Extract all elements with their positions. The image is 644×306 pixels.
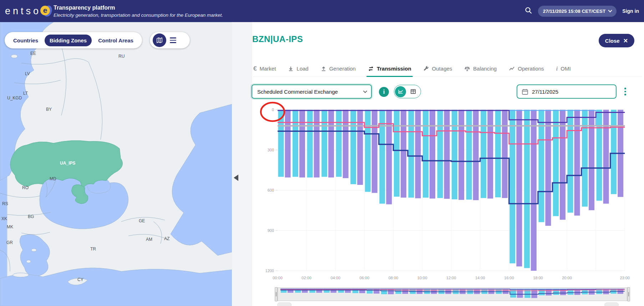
panel-divider — [232, 22, 252, 306]
svg-text:RO: RO — [22, 185, 29, 190]
map-island — [26, 260, 31, 263]
upload-icon — [321, 66, 326, 72]
svg-text:1200: 1200 — [265, 269, 274, 273]
svg-text:900: 900 — [268, 228, 274, 233]
download-icon — [288, 66, 294, 72]
map-island — [31, 249, 36, 251]
page-title: BZN|UA-IPS — [252, 34, 303, 44]
tab-countries[interactable]: Countries — [8, 35, 43, 46]
svg-text:18:00: 18:00 — [533, 276, 543, 280]
map-island — [11, 55, 17, 58]
nav-next-button-partial[interactable] — [604, 302, 619, 306]
data-type-dropdown[interactable]: Scheduled Commercial Exchange — [252, 84, 372, 99]
svg-text:06:00: 06:00 — [360, 276, 370, 280]
chart-table-toggle — [394, 85, 421, 98]
svg-text:LT: LT — [23, 91, 28, 96]
datetime-selector[interactable]: 27/11/2025 15:08 CET/CEST — [538, 6, 617, 17]
svg-text:UA_IPS: UA_IPS — [60, 161, 75, 166]
logo-e-letter: e — [40, 6, 50, 15]
date-value: 27/11/2025 — [532, 89, 558, 95]
logo-e-badge: e — [40, 5, 47, 17]
svg-text:MK: MK — [7, 224, 13, 229]
info-button[interactable]: i — [379, 87, 389, 97]
platform-title: Transparency platform — [54, 5, 223, 11]
transfer-arrows-icon — [368, 66, 374, 72]
svg-text:00:00: 00:00 — [273, 276, 283, 280]
svg-text:10:00: 10:00 — [417, 276, 427, 280]
sign-in-link[interactable]: Sign in — [622, 8, 639, 14]
svg-text:16:00: 16:00 — [504, 276, 514, 280]
table-icon — [410, 89, 416, 94]
info-italic-icon: i — [556, 65, 558, 72]
navigator-left-handle[interactable] — [275, 287, 278, 301]
svg-text:AM: AM — [146, 237, 152, 242]
euro-icon: € — [253, 65, 257, 72]
navigator-right-handle[interactable] — [627, 287, 630, 301]
calendar-icon — [522, 88, 528, 95]
tab-omi[interactable]: i OMI — [556, 61, 571, 77]
svg-text:BG: BG — [28, 214, 34, 219]
svg-text:04:00: 04:00 — [330, 276, 340, 280]
chart-range-navigator[interactable] — [278, 287, 627, 301]
search-icon[interactable] — [524, 6, 532, 16]
chart-icon — [398, 89, 404, 94]
svg-text:AZ: AZ — [164, 236, 169, 241]
exchange-chart[interactable]: 0300600900120000:0002:0004:0006:0008:001… — [252, 103, 644, 289]
svg-text:XK: XK — [1, 216, 7, 221]
wrench-icon — [424, 66, 429, 72]
app-header: entso e Transparency platform Electricit… — [0, 0, 644, 22]
svg-text:CY: CY — [77, 277, 83, 282]
svg-text:02:00: 02:00 — [301, 276, 311, 280]
tab-balancing[interactable]: Balancing — [464, 61, 497, 77]
date-picker[interactable]: 27/11/2025 — [517, 84, 617, 99]
platform-subtitle: Electricity generation, transportation a… — [54, 12, 223, 18]
svg-text:GE: GE — [139, 218, 145, 223]
tab-control-areas[interactable]: Control Areas — [93, 35, 138, 46]
svg-text:U_KGD: U_KGD — [7, 95, 22, 100]
svg-text:0: 0 — [272, 108, 274, 112]
detail-tabs: € Market Load Generation Transmission Ou… — [253, 61, 642, 77]
svg-text:LV: LV — [25, 71, 30, 76]
svg-text:23:00: 23:00 — [620, 276, 630, 280]
app: entso e Transparency platform Electricit… — [0, 0, 644, 306]
dropdown-value: Scheduled Commercial Exchange — [257, 89, 338, 95]
map-view-button[interactable] — [153, 33, 166, 47]
svg-text:14:00: 14:00 — [475, 276, 485, 280]
table-view-button[interactable] — [408, 86, 418, 97]
trend-line-icon — [509, 66, 515, 72]
tab-bidding-zones[interactable]: Bidding Zones — [45, 35, 92, 46]
kebab-menu[interactable] — [624, 88, 626, 95]
svg-text:20:00: 20:00 — [562, 276, 572, 280]
close-label: Close — [605, 38, 620, 44]
map-view-tabs: Countries Bidding Zones Control Areas — [5, 32, 142, 48]
svg-text:600: 600 — [268, 188, 274, 192]
svg-text:GR: GR — [6, 240, 13, 245]
chevron-down-icon — [608, 8, 612, 12]
svg-text:300: 300 — [268, 148, 274, 152]
svg-text:EE: EE — [30, 51, 36, 56]
header-titles: Transparency platform Electricity genera… — [54, 5, 223, 18]
svg-text:RU: RU — [118, 54, 125, 59]
tab-load[interactable]: Load — [288, 61, 308, 77]
logo-text: entso — [5, 6, 41, 17]
tab-generation[interactable]: Generation — [321, 61, 356, 77]
chart-view-button[interactable] — [395, 86, 406, 97]
svg-text:TR: TR — [90, 247, 96, 251]
tab-operations[interactable]: Operations — [509, 61, 544, 77]
entsoe-logo[interactable]: entso e — [5, 5, 47, 17]
close-button[interactable]: Close ✕ — [599, 34, 634, 47]
tab-outages[interactable]: Outages — [424, 61, 452, 77]
map-icon — [156, 37, 163, 43]
svg-text:MD: MD — [50, 176, 56, 181]
europe-map[interactable]: EERULVLTU_KGDBYUA_IPSMDRORSBGXKMKGRTRGEA… — [0, 22, 233, 306]
list-view-button[interactable] — [170, 37, 176, 43]
chevron-down-icon — [363, 89, 367, 93]
tab-market[interactable]: € Market — [253, 61, 276, 77]
svg-text:RS: RS — [2, 201, 8, 206]
svg-text:BY: BY — [46, 107, 52, 112]
collapse-panel-arrow[interactable] — [234, 175, 238, 181]
tab-transmission[interactable]: Transmission — [368, 61, 411, 77]
svg-text:12:00: 12:00 — [446, 276, 456, 280]
nav-prev-button-partial[interactable] — [277, 302, 291, 306]
map-crete — [13, 273, 29, 277]
